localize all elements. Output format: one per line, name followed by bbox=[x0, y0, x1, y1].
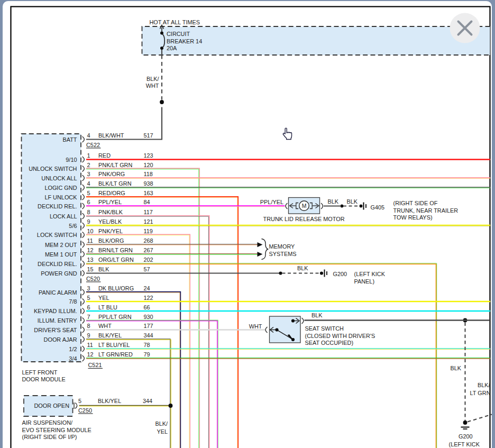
svg-text:RED: RED bbox=[98, 152, 111, 159]
svg-text:84: 84 bbox=[144, 199, 150, 205]
svg-text:11: 11 bbox=[87, 342, 93, 348]
svg-text:120: 120 bbox=[144, 162, 153, 168]
svg-text:BLK/WHT: BLK/WHT bbox=[98, 132, 124, 139]
svg-text:C250: C250 bbox=[78, 407, 92, 414]
svg-text:PNK/YEL: PNK/YEL bbox=[98, 228, 123, 234]
svg-text:(RIGHT SIDE OF I/P): (RIGHT SIDE OF I/P) bbox=[22, 434, 77, 440]
svg-text:11: 11 bbox=[87, 237, 93, 244]
svg-text:13: 13 bbox=[87, 257, 94, 263]
svg-text:119: 119 bbox=[144, 228, 153, 234]
svg-text:2: 2 bbox=[87, 162, 90, 168]
svg-text:5: 5 bbox=[87, 295, 90, 301]
svg-text:163: 163 bbox=[144, 190, 153, 196]
svg-text:YEL: YEL bbox=[98, 295, 109, 301]
svg-text:122: 122 bbox=[144, 295, 153, 301]
svg-text:517: 517 bbox=[144, 132, 153, 139]
svg-text:DK BLU/ORG: DK BLU/ORG bbox=[98, 285, 134, 291]
svg-text:BLK: BLK bbox=[450, 365, 461, 371]
svg-text:177: 177 bbox=[144, 323, 153, 329]
svg-text:ORG/LT GRN: ORG/LT GRN bbox=[98, 257, 134, 263]
svg-text:12: 12 bbox=[87, 351, 94, 358]
svg-text:5: 5 bbox=[87, 190, 90, 196]
svg-text:(LEFT KICK: (LEFT KICK bbox=[449, 441, 480, 447]
svg-text:(CLOSED WITH DRIVER'S: (CLOSED WITH DRIVER'S bbox=[305, 333, 375, 339]
svg-text:57: 57 bbox=[144, 266, 150, 272]
svg-text:KEYPAD ILLUM.: KEYPAD ILLUM. bbox=[34, 308, 77, 314]
svg-text:C522: C522 bbox=[86, 142, 100, 148]
svg-text:(LEFT KICK: (LEFT KICK bbox=[354, 271, 386, 277]
svg-text:DOOR OPEN: DOOR OPEN bbox=[34, 403, 69, 409]
svg-text:C520: C520 bbox=[86, 276, 100, 282]
svg-text:LT GRN/RED: LT GRN/RED bbox=[98, 351, 133, 358]
svg-text:LOCK ALL: LOCK ALL bbox=[50, 213, 77, 220]
svg-text:BLK/LT GRN: BLK/LT GRN bbox=[98, 180, 132, 187]
svg-text:MEM 2 OUT: MEM 2 OUT bbox=[45, 242, 77, 248]
svg-text:123: 123 bbox=[144, 152, 153, 159]
svg-text:LOGIC GND: LOGIC GND bbox=[44, 185, 77, 191]
svg-text:9: 9 bbox=[87, 218, 90, 225]
svg-text:HOT AT ALL TIMES: HOT AT ALL TIMES bbox=[150, 19, 200, 25]
svg-text:8: 8 bbox=[87, 209, 90, 215]
svg-text:G405: G405 bbox=[371, 204, 385, 211]
svg-text:SEAT SWITCH: SEAT SWITCH bbox=[305, 325, 344, 332]
svg-text:BLK/: BLK/ bbox=[155, 420, 168, 427]
svg-text:24: 24 bbox=[144, 285, 150, 291]
svg-text:YEL/BLK: YEL/BLK bbox=[98, 218, 122, 225]
svg-text:DOOR AJAR: DOOR AJAR bbox=[44, 336, 77, 343]
svg-text:267: 267 bbox=[144, 247, 153, 253]
svg-text:LT BLU/YEL: LT BLU/YEL bbox=[98, 342, 130, 348]
svg-text:PNK/BLK: PNK/BLK bbox=[98, 209, 123, 215]
svg-text:121: 121 bbox=[144, 218, 153, 225]
svg-text:3/4: 3/4 bbox=[69, 355, 77, 362]
svg-text:UNLOCK ALL: UNLOCK ALL bbox=[41, 175, 77, 181]
svg-text:BLK/: BLK/ bbox=[146, 76, 160, 82]
svg-text:DOOR MODULE: DOOR MODULE bbox=[22, 376, 66, 382]
svg-text:WHT: WHT bbox=[98, 323, 112, 329]
svg-text:LEFT FRONT: LEFT FRONT bbox=[22, 369, 58, 376]
svg-text:66: 66 bbox=[144, 304, 150, 310]
svg-text:BRN/LT GRN: BRN/LT GRN bbox=[98, 247, 133, 253]
svg-text:BLK/: BLK/ bbox=[478, 382, 491, 388]
svg-text:SEAT OCCUPIED): SEAT OCCUPIED) bbox=[305, 340, 354, 346]
svg-text:G200: G200 bbox=[333, 271, 347, 277]
svg-text:TRUNK LID RELEASE MOTOR: TRUNK LID RELEASE MOTOR bbox=[263, 216, 345, 222]
svg-text:YEL: YEL bbox=[157, 428, 168, 435]
svg-text:6: 6 bbox=[87, 199, 90, 205]
svg-text:TOW RELAYS): TOW RELAYS) bbox=[393, 214, 433, 221]
svg-text:78: 78 bbox=[144, 342, 150, 348]
svg-text:10: 10 bbox=[87, 228, 94, 234]
svg-text:20A: 20A bbox=[167, 45, 177, 51]
svg-text:930: 930 bbox=[144, 314, 153, 320]
svg-text:C521: C521 bbox=[88, 362, 102, 368]
svg-text:PNK/LT GRN: PNK/LT GRN bbox=[98, 162, 132, 168]
svg-text:BLK: BLK bbox=[311, 312, 323, 318]
svg-text:1/2: 1/2 bbox=[69, 346, 77, 352]
svg-text:9/10: 9/10 bbox=[66, 157, 77, 163]
svg-text:117: 117 bbox=[144, 209, 153, 215]
svg-text:LF UNLOCK: LF UNLOCK bbox=[44, 194, 77, 200]
svg-text:PNK/ORG: PNK/ORG bbox=[98, 171, 125, 177]
svg-text:WHT: WHT bbox=[146, 83, 159, 89]
svg-text:BLK/YEL: BLK/YEL bbox=[98, 398, 121, 404]
svg-text:CIRCUIT: CIRCUIT bbox=[167, 31, 190, 37]
svg-text:202: 202 bbox=[144, 257, 153, 263]
svg-text:G200: G200 bbox=[459, 433, 473, 440]
svg-text:DRIVER'S SEAT: DRIVER'S SEAT bbox=[34, 327, 77, 333]
svg-text:TRUNK, NEAR TRAILER: TRUNK, NEAR TRAILER bbox=[393, 207, 459, 214]
svg-text:ILLUM. ENTRY: ILLUM. ENTRY bbox=[38, 317, 78, 324]
svg-text:M: M bbox=[302, 203, 307, 209]
svg-text:BREAKER 14: BREAKER 14 bbox=[167, 38, 202, 44]
svg-text:BLK: BLK bbox=[297, 265, 308, 271]
svg-text:3: 3 bbox=[87, 171, 90, 177]
svg-text:EVO STEERING MODULE: EVO STEERING MODULE bbox=[22, 427, 91, 433]
svg-text:4: 4 bbox=[87, 132, 90, 139]
svg-text:8: 8 bbox=[87, 323, 90, 329]
svg-text:AIR SUSPENSION/: AIR SUSPENSION/ bbox=[22, 419, 74, 426]
svg-text:3: 3 bbox=[87, 285, 90, 291]
svg-text:BLK: BLK bbox=[347, 198, 358, 205]
svg-text:BATT: BATT bbox=[62, 136, 77, 143]
svg-text:BLK/YEL: BLK/YEL bbox=[98, 332, 122, 339]
svg-text:12: 12 bbox=[87, 247, 94, 253]
svg-text:5: 5 bbox=[78, 398, 81, 404]
svg-text:PANIC ALARM: PANIC ALARM bbox=[39, 289, 77, 296]
